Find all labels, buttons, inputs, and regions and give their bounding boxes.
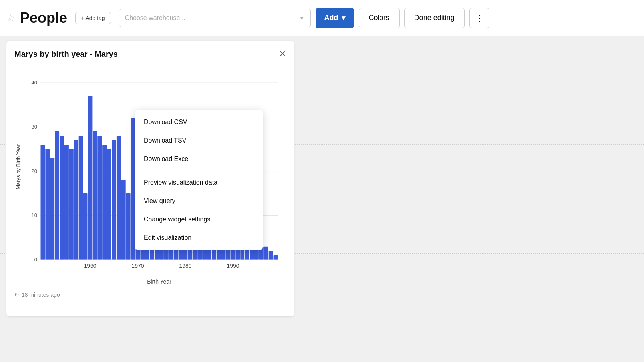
header: ☆ People + Add tag Choose warehouse... ▼… [0,0,644,36]
svg-rect-27 [121,180,126,260]
resize-handle[interactable]: ⌟ [288,307,291,313]
edit-visualization-button[interactable]: Edit visualization [135,229,263,247]
context-dropdown: Download CSV Download TSV Download Excel… [135,110,263,250]
widget-footer: ↻ 18 minutes ago [14,292,286,298]
svg-rect-24 [107,149,111,260]
dropdown-divider [135,171,263,171]
grid-cell-4 [483,36,644,145]
svg-text:1990: 1990 [227,263,239,269]
svg-rect-16 [69,149,74,260]
done-editing-button[interactable]: Done editing [404,8,465,28]
add-label: Add [324,14,338,22]
refresh-icon: ↻ [14,292,19,298]
svg-rect-18 [79,136,83,260]
svg-text:1970: 1970 [131,263,144,269]
svg-rect-20 [88,96,93,260]
star-icon[interactable]: ☆ [6,12,15,24]
svg-rect-57 [264,247,268,260]
svg-text:Marys by Birth Year: Marys by Birth Year [15,144,21,189]
svg-rect-58 [269,251,273,260]
svg-rect-14 [60,136,64,260]
svg-rect-13 [55,131,59,260]
warehouse-placeholder: Choose warehouse... [125,14,299,22]
chevron-down-icon: ▾ [342,14,345,22]
download-tsv-button[interactable]: Download TSV [135,131,263,150]
svg-rect-29 [131,118,135,260]
download-excel-button[interactable]: Download Excel [135,150,263,168]
svg-rect-19 [83,193,88,260]
svg-rect-15 [64,145,69,260]
chevron-down-icon: ▼ [299,15,305,21]
svg-text:0: 0 [34,257,37,263]
colors-button[interactable]: Colors [359,8,400,28]
grid-cell-3 [322,36,483,145]
add-button[interactable]: Add ▾ [316,8,354,28]
svg-text:40: 40 [32,80,37,86]
svg-rect-26 [117,136,121,260]
view-query-button[interactable]: View query [135,192,263,210]
preview-data-button[interactable]: Preview visualization data [135,173,263,192]
add-tag-button[interactable]: + Add tag [75,12,111,24]
widget-title: Marys by birth year - Marys [14,50,118,59]
grid-cell-12 [483,253,644,362]
grid-cell-11 [322,253,483,362]
grid-cell-7 [322,145,483,253]
change-widget-button[interactable]: Change widget settings [135,210,263,229]
grid-cell-8 [483,145,644,253]
footer-timestamp: 18 minutes ago [22,292,60,298]
svg-text:10: 10 [32,212,37,218]
svg-text:Birth Year: Birth Year [147,278,171,285]
page-title: People [20,10,67,26]
download-csv-button[interactable]: Download CSV [135,113,263,131]
svg-rect-17 [74,140,78,260]
close-icon[interactable]: ✕ [279,49,286,59]
more-options-button[interactable]: ⋮ [469,8,489,28]
svg-rect-25 [112,140,116,260]
svg-text:1980: 1980 [179,263,191,269]
widget-header: Marys by birth year - Marys ✕ [14,49,286,59]
svg-rect-12 [50,158,54,260]
svg-rect-11 [45,149,50,260]
svg-text:30: 30 [32,124,37,130]
main-area: Marys by birth year - Marys ✕ 0102030401… [0,36,644,362]
svg-text:1960: 1960 [84,263,96,269]
warehouse-dropdown[interactable]: Choose warehouse... ▼ [119,9,311,27]
svg-rect-28 [126,193,131,260]
svg-rect-22 [97,136,102,260]
svg-rect-59 [274,255,278,260]
svg-text:20: 20 [32,168,37,174]
svg-rect-21 [93,131,97,260]
svg-rect-10 [41,145,45,260]
svg-rect-23 [102,145,107,260]
